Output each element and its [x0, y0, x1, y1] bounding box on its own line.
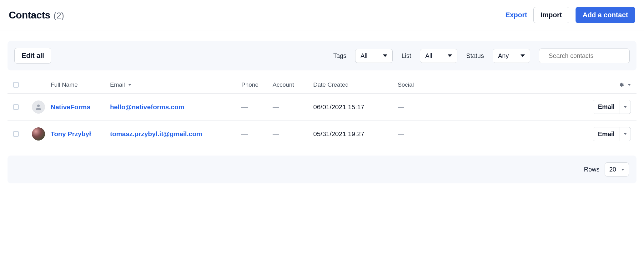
row-email-button[interactable]: Email: [593, 127, 620, 141]
row-email-dropdown[interactable]: [620, 127, 631, 141]
phone-value: —: [241, 103, 248, 110]
chevron-down-icon: [624, 106, 627, 108]
chevron-down-icon: [628, 84, 631, 86]
social-value: —: [398, 103, 404, 110]
header-actions: Export Import Add a contact: [505, 7, 635, 23]
row-email-split-button: Email: [593, 100, 631, 114]
select-all-checkbox[interactable]: [13, 82, 19, 88]
tags-filter-select[interactable]: All: [355, 49, 393, 63]
contact-email-link[interactable]: hello@nativeforms.com: [110, 103, 184, 110]
table-row: NativeForms hello@nativeforms.com — — 06…: [8, 94, 636, 120]
page-title-count: (2): [53, 11, 64, 21]
person-icon: [35, 103, 42, 111]
list-filter-value: All: [425, 52, 432, 59]
row-email-button[interactable]: Email: [593, 100, 620, 114]
table-header: Full Name Email Phone Account Date Creat…: [8, 76, 636, 94]
page-title: Contacts: [9, 9, 50, 21]
row-checkbox[interactable]: [13, 131, 19, 137]
page-title-wrap: Contacts (2): [9, 9, 64, 21]
chevron-down-icon: [621, 169, 624, 171]
search-input[interactable]: [548, 52, 628, 60]
add-contact-button[interactable]: Add a contact: [576, 7, 635, 23]
chevron-down-icon: [521, 54, 525, 57]
rows-per-page-select[interactable]: 20: [605, 162, 629, 177]
list-filter-label: List: [401, 52, 411, 59]
search-input-wrap[interactable]: [539, 49, 630, 63]
list-filter-select[interactable]: All: [420, 49, 457, 63]
col-date-created[interactable]: Date Created: [313, 81, 398, 88]
export-link[interactable]: Export: [505, 11, 527, 19]
contacts-panel: Edit all Tags All List All Status Any: [8, 41, 636, 183]
import-button[interactable]: Import: [533, 7, 569, 23]
gear-icon: [618, 82, 624, 88]
table-footer: Rows 20: [8, 156, 636, 183]
rows-per-page-label: Rows: [584, 166, 600, 173]
account-value: —: [273, 103, 279, 110]
tags-filter-label: Tags: [333, 52, 346, 59]
chevron-down-icon: [383, 54, 387, 57]
contact-name-link[interactable]: Tony Przybył: [51, 130, 91, 137]
table-row: Tony Przybył tomasz.przybyl.it@gmail.com…: [8, 120, 636, 147]
col-email[interactable]: Email: [110, 81, 241, 88]
date-created-value: 05/31/2021 19:27: [313, 130, 365, 137]
chevron-down-icon: [624, 133, 627, 135]
rows-per-page-value: 20: [609, 166, 616, 173]
col-social[interactable]: Social: [398, 81, 435, 88]
edit-all-button[interactable]: Edit all: [14, 48, 51, 64]
sort-caret-icon: [128, 84, 131, 86]
date-created-value: 06/01/2021 15:17: [313, 103, 365, 110]
col-account[interactable]: Account: [273, 81, 313, 88]
filter-bar: Edit all Tags All List All Status Any: [8, 41, 636, 70]
social-value: —: [398, 130, 404, 137]
avatar: [32, 127, 45, 141]
col-phone[interactable]: Phone: [241, 81, 273, 88]
row-checkbox[interactable]: [13, 104, 19, 110]
svg-point-2: [37, 105, 40, 107]
status-filter-select[interactable]: Any: [493, 49, 530, 63]
row-email-split-button: Email: [593, 127, 631, 141]
phone-value: —: [241, 130, 248, 137]
row-email-dropdown[interactable]: [620, 100, 631, 114]
contact-email-link[interactable]: tomasz.przybyl.it@gmail.com: [110, 130, 202, 137]
contact-name-link[interactable]: NativeForms: [51, 103, 90, 110]
col-settings[interactable]: [435, 82, 631, 88]
chevron-down-icon: [448, 54, 452, 57]
status-filter-value: Any: [498, 52, 509, 59]
col-full-name[interactable]: Full Name: [51, 81, 110, 88]
avatar: [32, 100, 45, 114]
account-value: —: [273, 130, 279, 137]
tags-filter-value: All: [360, 52, 367, 59]
status-filter-label: Status: [466, 52, 484, 59]
col-email-label: Email: [110, 81, 125, 88]
contacts-table: Full Name Email Phone Account Date Creat…: [8, 76, 636, 147]
page-header: Contacts (2) Export Import Add a contact: [0, 0, 644, 30]
